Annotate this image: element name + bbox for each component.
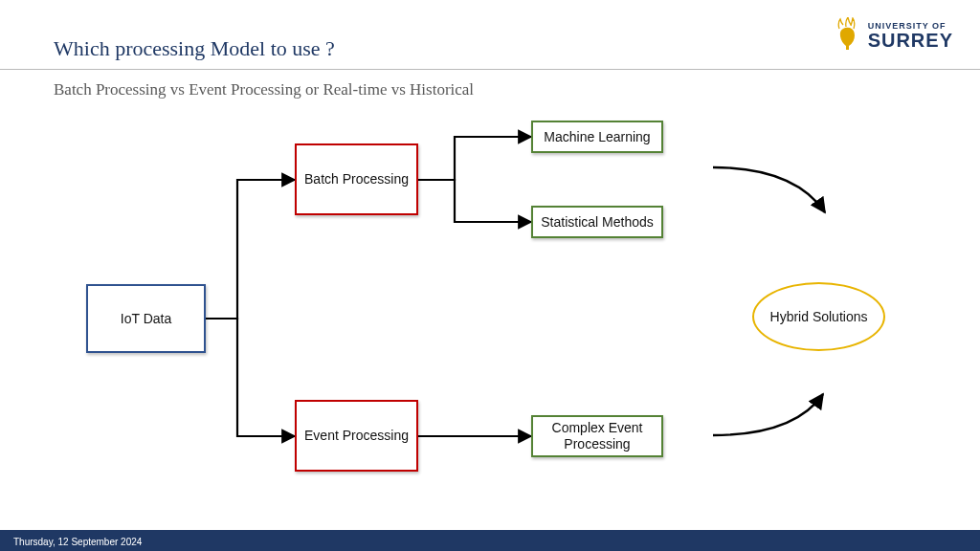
slide-title: Which processing Model to use ? bbox=[54, 36, 335, 61]
footer-date: Thursday, 12 September 2024 bbox=[13, 537, 142, 547]
node-label: IoT Data bbox=[121, 311, 171, 327]
logo-line2: SURREY bbox=[868, 31, 953, 50]
node-machine-learning: Machine Learning bbox=[531, 121, 663, 153]
header-divider bbox=[0, 69, 980, 70]
node-label: Event Processing bbox=[304, 428, 409, 444]
node-label: Machine Learning bbox=[544, 129, 650, 145]
slide-subtitle: Batch Processing vs Event Processing or … bbox=[54, 80, 474, 99]
node-complex-event-processing: Complex Event Processing bbox=[531, 415, 663, 457]
stag-icon bbox=[834, 17, 862, 54]
node-batch-processing: Batch Processing bbox=[295, 143, 418, 215]
footer-bar bbox=[0, 530, 980, 551]
node-iot-data: IoT Data bbox=[86, 284, 206, 353]
node-label: Complex Event Processing bbox=[539, 420, 656, 452]
node-hybrid-solutions: Hybrid Solutions bbox=[752, 282, 885, 351]
node-event-processing: Event Processing bbox=[295, 400, 418, 472]
slide: Which processing Model to use ? Batch Pr… bbox=[0, 0, 980, 551]
node-label: Hybrid Solutions bbox=[770, 309, 868, 325]
node-label: Statistical Methods bbox=[541, 214, 654, 231]
node-statistical-methods: Statistical Methods bbox=[531, 206, 663, 238]
node-label: Batch Processing bbox=[304, 171, 409, 187]
university-logo: UNIVERSITY OF SURREY bbox=[834, 17, 953, 54]
